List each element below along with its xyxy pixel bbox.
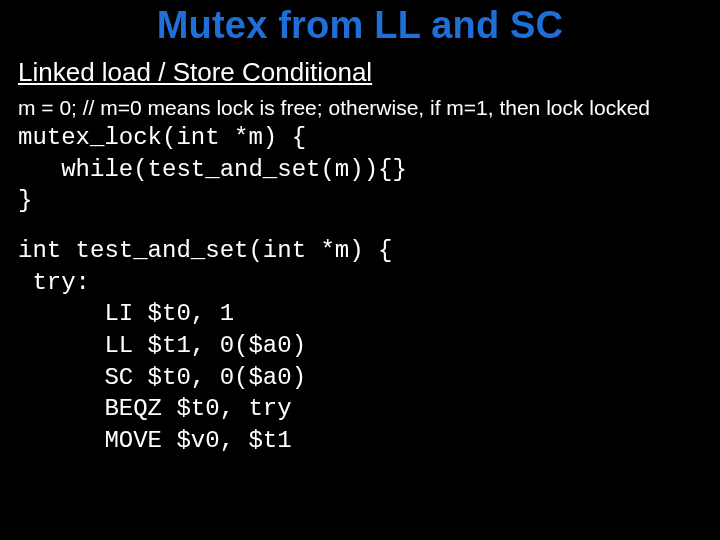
code-comment: m = 0; // m=0 means lock is free; otherw… <box>18 96 702 120</box>
code-block-mutex-lock: mutex_lock(int *m) { while(test_and_set(… <box>18 122 702 217</box>
code-block-test-and-set: int test_and_set(int *m) { try: LI $t0, … <box>18 235 702 457</box>
slide-title: Mutex from LL and SC <box>18 4 702 47</box>
slide: Mutex from LL and SC Linked load / Store… <box>0 4 720 540</box>
slide-subtitle: Linked load / Store Conditional <box>18 57 702 88</box>
